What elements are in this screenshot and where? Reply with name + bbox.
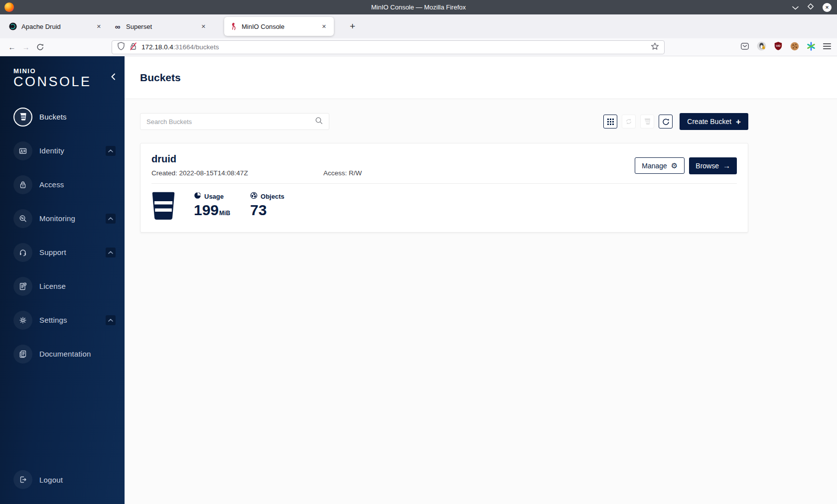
back-button[interactable]: ← [5, 40, 19, 54]
plus-icon: + [736, 118, 741, 126]
sidebar-item-label: Support [39, 248, 66, 256]
sidebar-item-license[interactable]: License [0, 274, 125, 298]
window-titlebar: MinIO Console — Mozilla Firefox ✕ [0, 0, 837, 14]
arrow-right-icon: → [723, 162, 730, 169]
bucket-icon [13, 108, 32, 126]
sidebar-item-logout[interactable]: Logout [0, 468, 125, 492]
page-content: Create Bucket + druid Created: 2022-08-1… [125, 99, 837, 233]
pocket-save-icon[interactable] [740, 42, 749, 53]
browse-button[interactable]: Browse → [689, 157, 737, 174]
window-maximize-button[interactable] [807, 3, 814, 12]
bookmark-star-icon[interactable] [651, 42, 659, 52]
sidebar-item-buckets[interactable]: Buckets [0, 105, 125, 129]
search-input[interactable] [146, 118, 315, 126]
actions-row: Create Bucket + [140, 113, 748, 130]
sidebar-item-label: Access [39, 180, 64, 189]
gear-icon [13, 311, 32, 330]
tab-close-icon[interactable]: ✕ [319, 22, 329, 31]
sidebar-item-label: Buckets [39, 113, 67, 121]
gear-icon: ⚙ [671, 162, 678, 169]
sidebar-item-access[interactable]: Access [0, 173, 125, 197]
sidebar-item-label: Identity [39, 146, 64, 155]
usage-label-row: Usage [194, 192, 230, 201]
usage-value: 199 [194, 202, 219, 218]
tab-superset[interactable]: ∞ Superset ✕ [109, 17, 213, 36]
sidebar-item-identity[interactable]: Identity [0, 139, 125, 163]
grid-view-button[interactable] [603, 115, 617, 128]
create-bucket-label: Create Bucket [687, 118, 731, 126]
multi-select-button[interactable] [622, 115, 636, 128]
manage-label: Manage [642, 162, 667, 170]
objects-metric: Objects 73 [250, 192, 284, 218]
objects-wheel-icon [250, 192, 258, 201]
hamburger-menu-icon[interactable] [823, 43, 831, 52]
sidebar-item-documentation[interactable]: Documentation [0, 342, 125, 366]
tab-close-icon[interactable]: ✕ [94, 22, 104, 31]
refresh-button[interactable] [659, 115, 673, 128]
documentation-book-icon [13, 345, 32, 364]
forward-button[interactable]: → [19, 40, 33, 54]
delete-buckets-button[interactable] [640, 115, 654, 128]
url-bar[interactable]: 172.18.0.4:31664/buckets [112, 40, 665, 54]
sidebar-item-monitoring[interactable]: Monitoring [0, 207, 125, 231]
usage-value-row: 199MiB [194, 202, 230, 218]
tab-close-icon[interactable]: ✕ [199, 22, 208, 31]
browser-toolbar: ← → 172.18.0.4:31664/buckets [0, 38, 837, 56]
tab-minio-console[interactable]: MinIO Console ✕ [224, 17, 334, 36]
bucket-list-toolbar: Create Bucket + [603, 113, 748, 130]
url-host: 172.18.0.4 [141, 43, 173, 51]
minio-logo: MINIO CONSOLE [0, 56, 125, 90]
window-controls: ✕ [792, 3, 832, 12]
sidebar-item-label: Settings [39, 316, 67, 324]
manage-button[interactable]: Manage ⚙ [635, 157, 685, 174]
usage-label: Usage [204, 193, 224, 200]
objects-label-row: Objects [250, 192, 284, 201]
tab-apache-druid[interactable]: Apache Druid ✕ [4, 17, 109, 36]
logo-line-minio: MINIO [13, 67, 125, 75]
sidebar-item-support[interactable]: Support [0, 241, 125, 264]
browse-label: Browse [696, 162, 719, 170]
main-panel: Buckets [125, 56, 837, 504]
asterisk-extension-icon[interactable] [807, 42, 816, 53]
bucket-card-top: druid Created: 2022-08-15T14:08:47Z Acce… [151, 150, 737, 177]
bucket-card-info: druid Created: 2022-08-15T14:08:47Z Acce… [151, 150, 362, 177]
sidebar-item-settings[interactable]: Settings [0, 308, 125, 332]
new-tab-button[interactable]: + [346, 20, 359, 33]
tab-label: MinIO Console [242, 23, 319, 30]
page-title: Buckets [140, 72, 181, 84]
sidebar-item-label: License [39, 282, 66, 290]
chevron-up-icon[interactable] [106, 146, 116, 156]
bucket-name[interactable]: druid [151, 153, 362, 165]
minio-console-app: MINIO CONSOLE Buckets [0, 56, 837, 504]
sidebar-item-label: Monitoring [39, 214, 75, 223]
card-divider [151, 183, 737, 184]
bucket-created: Created: 2022-08-15T14:08:47Z [151, 169, 323, 177]
chevron-up-icon[interactable] [106, 248, 116, 257]
sidebar-item-label: Documentation [39, 350, 91, 358]
search-icon [315, 117, 323, 126]
reload-button[interactable] [33, 40, 47, 54]
window-title: MinIO Console — Mozilla Firefox [0, 3, 837, 11]
ublock-origin-icon[interactable]: UO [774, 41, 783, 53]
chevron-up-icon[interactable] [106, 315, 116, 325]
minio-flamingo-icon [229, 22, 237, 30]
bucket-card-druid: druid Created: 2022-08-15T14:08:47Z Acce… [140, 143, 748, 233]
bucket-meta: Created: 2022-08-15T14:08:47Z Access: R/… [151, 169, 362, 177]
insecure-lock-icon[interactable] [130, 42, 137, 52]
window-close-button[interactable]: ✕ [823, 3, 832, 12]
create-bucket-button[interactable]: Create Bucket + [680, 113, 748, 130]
usage-metric: Usage 199MiB [194, 192, 230, 218]
svg-text:UO: UO [776, 44, 781, 47]
objects-label: Objects [261, 193, 284, 200]
sidebar-collapse-icon[interactable] [111, 73, 116, 82]
url-path: :31664/buckets [173, 43, 219, 51]
sidebar-item-label: Logout [39, 476, 63, 484]
account-avatar-icon[interactable] [757, 41, 766, 53]
cookie-extension-icon[interactable] [790, 42, 799, 53]
url-text: 172.18.0.4:31664/buckets [141, 43, 646, 51]
chevron-up-icon[interactable] [106, 214, 116, 224]
license-document-icon [13, 277, 32, 296]
tracking-shield-icon[interactable] [117, 42, 125, 52]
window-minimize-button[interactable] [792, 3, 799, 12]
search-box [140, 113, 329, 130]
